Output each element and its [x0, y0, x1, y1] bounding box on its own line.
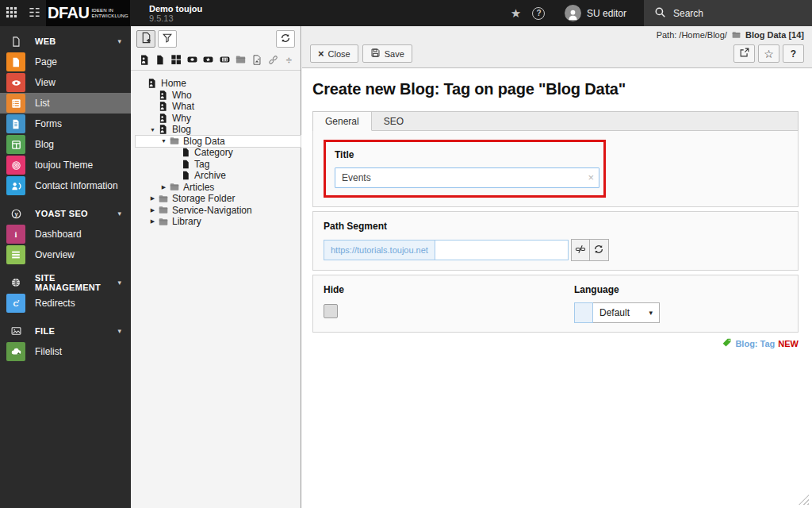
new-page-button[interactable] — [136, 30, 155, 48]
sidebar-section-site-management[interactable]: SITE MANAGEMENT ▾ — [0, 272, 131, 293]
bookmark-button[interactable]: ★ — [504, 0, 527, 26]
folder-icon — [157, 205, 169, 215]
collapse-arrow-icon[interactable]: ▼ — [159, 138, 168, 144]
help-button[interactable]: ? — [527, 0, 550, 26]
module-grid-toggle[interactable] — [0, 0, 23, 26]
sidebar-section-web[interactable]: WEB ▾ — [0, 31, 131, 52]
svg-text:i: i — [15, 230, 17, 239]
resize-handle[interactable] — [799, 495, 809, 505]
expand-arrow-icon[interactable]: ▶ — [148, 218, 157, 225]
title-field-label: Title — [335, 149, 595, 160]
help-icon: ? — [532, 7, 545, 20]
drag-mountpoint-page-icon[interactable] — [218, 53, 230, 66]
tab-seo[interactable]: SEO — [372, 112, 416, 130]
record-form: General SEO Title × Path Segment — [312, 111, 799, 333]
folder-icon — [168, 136, 180, 146]
tree-node-archive[interactable]: Archive — [136, 170, 301, 182]
tree-node-why[interactable]: Why — [136, 113, 301, 125]
sidebar-item-contact-information[interactable]: Contact Information — [0, 175, 131, 196]
tree-node-articles[interactable]: ▶ Articles — [136, 182, 301, 194]
chevron-down-icon: ▾ — [117, 279, 121, 287]
slug-toggle-button[interactable] — [571, 239, 590, 261]
module-sidebar: WEB ▾ Page View List — [0, 26, 131, 508]
page-icon — [157, 113, 169, 124]
tree-node-library[interactable]: ▶ Library — [136, 216, 301, 228]
open-in-new-window-button[interactable] — [733, 44, 755, 63]
svg-text:C: C — [13, 299, 19, 308]
drag-plain-page-icon[interactable] — [154, 53, 166, 66]
site-name: Demo toujou — [149, 4, 202, 13]
drag-standard-page-icon[interactable] — [138, 53, 150, 66]
record-type-link[interactable]: Blog: Tag — [735, 339, 775, 348]
language-selected-value: Default — [599, 307, 630, 318]
tree-node-storage-folder[interactable]: ▶ Storage Folder — [136, 193, 301, 205]
hide-checkbox[interactable] — [324, 304, 338, 318]
sidebar-item-redirects[interactable]: C Redirects — [0, 293, 131, 314]
sidebar-item-overview[interactable]: Overview — [0, 244, 131, 265]
pagetree-toggle[interactable] — [23, 0, 46, 26]
drag-backend-section-icon[interactable] — [170, 53, 182, 66]
sidebar-item-dashboard[interactable]: i Dashboard — [0, 224, 131, 244]
typo3-version: 9.5.13 — [149, 13, 202, 23]
clear-input-icon[interactable]: × — [588, 171, 594, 183]
sidebar-item-forms[interactable]: Forms — [0, 114, 131, 134]
folder-icon — [168, 182, 180, 192]
drag-link-icon[interactable] — [266, 53, 278, 66]
sidebar-item-toujou-theme[interactable]: toujou Theme — [0, 155, 131, 175]
globe-icon — [6, 277, 25, 288]
path-label: Path: /Home/Blog/ — [657, 30, 727, 40]
blog-grid-icon — [6, 135, 25, 154]
tree-node-blog[interactable]: ▼ Blog — [136, 124, 301, 136]
sidebar-item-filelist[interactable]: Filelist — [0, 341, 131, 362]
sidebar-section-file[interactable]: FILE ▾ — [0, 321, 131, 341]
tree-node-who[interactable]: Who — [136, 90, 301, 102]
path-segment-section: Path Segment https://tutorials.toujou.ne… — [312, 211, 799, 271]
tree-refresh-button[interactable] — [276, 30, 295, 48]
content-area: Path: /Home/Blog/ Blog Data [14] × Close — [302, 26, 812, 508]
path-segment-input[interactable] — [435, 240, 569, 260]
sidebar-section-yoast-seo[interactable]: y YOAST SEO ▾ — [0, 203, 131, 224]
tree-node-blog-data[interactable]: ▼ Blog Data — [136, 136, 301, 148]
sidebar-item-view[interactable]: View — [0, 72, 131, 93]
close-button[interactable]: × Close — [310, 44, 358, 63]
filter-button[interactable] — [158, 30, 177, 48]
save-button[interactable]: Save — [362, 44, 412, 63]
site-page-icon — [146, 78, 158, 89]
tab-general[interactable]: General — [313, 112, 372, 131]
user-menu[interactable]: SU editor — [565, 5, 626, 21]
drag-folder-icon[interactable] — [235, 53, 247, 66]
cloud-icon — [6, 342, 25, 361]
tree-node-tag[interactable]: Tag — [136, 159, 301, 171]
tree-node-home[interactable]: Home — [136, 78, 301, 90]
image-icon — [6, 325, 25, 337]
sidebar-item-list[interactable]: List — [0, 93, 131, 114]
language-select[interactable]: Default ▾ — [574, 302, 660, 323]
folder-icon — [157, 194, 169, 204]
drag-link-page-icon[interactable] — [186, 53, 198, 66]
drag-shortcut-page-icon[interactable] — [202, 53, 214, 66]
slug-recalculate-button[interactable] — [590, 239, 609, 261]
title-input[interactable] — [335, 167, 599, 188]
collapse-arrow-icon[interactable]: ▼ — [148, 127, 157, 133]
sidebar-item-page[interactable]: Page — [0, 52, 131, 72]
sidebar-item-blog[interactable]: Blog — [0, 134, 131, 155]
fingerprint-icon — [6, 156, 25, 175]
redirect-icon: C — [6, 294, 25, 313]
chevron-down-icon: ▾ — [117, 210, 121, 217]
page-icon — [157, 124, 169, 135]
search-bar[interactable]: Search — [644, 0, 812, 26]
logo-tagline: IDEEN IN ENTWICKLUNG — [91, 8, 128, 18]
expand-arrow-icon[interactable]: ▶ — [148, 195, 157, 202]
drag-spacer-icon[interactable]: ÷ — [283, 53, 295, 66]
bookmark-record-button[interactable]: ☆ — [758, 44, 779, 63]
docheader-help-button[interactable]: ? — [783, 44, 804, 63]
page-icon — [157, 101, 169, 112]
expand-arrow-icon[interactable]: ▶ — [159, 184, 168, 190]
new-page-drag-area: ÷ — [136, 52, 295, 67]
expand-arrow-icon[interactable]: ▶ — [148, 207, 157, 214]
tree-node-what[interactable]: What — [136, 101, 301, 113]
tree-node-category[interactable]: Category — [136, 147, 301, 159]
drag-recycler-icon[interactable] — [251, 53, 262, 66]
tree-node-service-navigation[interactable]: ▶ Service-Navigation — [136, 205, 301, 217]
yoast-icon: y — [6, 208, 25, 220]
